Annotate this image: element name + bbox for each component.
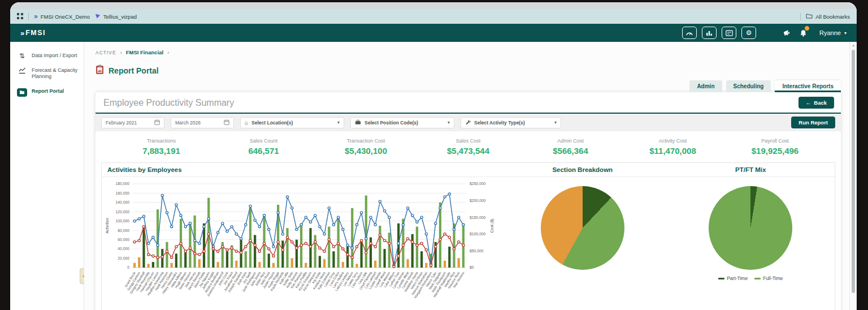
sidebar: ⇅ Data Import / Export Forecast & Capaci… xyxy=(10,42,84,310)
tab-scheduling[interactable]: Scheduling xyxy=(726,80,771,92)
svg-text:$100,000: $100,000 xyxy=(470,232,486,236)
breadcrumb-root[interactable]: ACTIVE xyxy=(96,50,116,55)
breadcrumb-current[interactable]: FMSI Financial xyxy=(126,49,164,55)
legend-swatch xyxy=(754,278,761,279)
bar-chart-icon[interactable] xyxy=(702,27,717,39)
svg-text:180,000: 180,000 xyxy=(115,182,129,186)
sidebar-item-label: Report Portal xyxy=(32,88,64,94)
svg-text:100,000: 100,000 xyxy=(115,219,129,223)
vertical-scrollbar[interactable]: ▴ xyxy=(849,42,857,310)
legend-label: Part-Time xyxy=(727,275,748,281)
sidebar-item-report-portal[interactable]: Report Portal xyxy=(10,84,84,101)
dashboard-gauge-icon[interactable] xyxy=(682,27,697,39)
section-breakdown-column: Section Breakdown xyxy=(498,163,667,310)
wrench-icon xyxy=(465,119,471,126)
section-pie-title: Section Breakdown xyxy=(552,166,613,173)
svg-text:140,000: 140,000 xyxy=(115,200,129,204)
svg-text:80,000: 80,000 xyxy=(118,229,129,232)
bookmark-tellius[interactable]: Tellius_vizpad xyxy=(95,13,137,20)
settings-gear-icon[interactable]: ⚙ xyxy=(741,27,756,39)
folder-icon xyxy=(806,13,813,20)
ptft-mix-column: PT/FT Mix Part-TimeFull-Time xyxy=(667,163,835,310)
ptft-legend: Part-TimeFull-Time xyxy=(667,275,835,281)
svg-text:0: 0 xyxy=(127,265,129,269)
kpi-transaction-cost: Transaction Cost $5,430,100 xyxy=(315,138,417,156)
location-select[interactable]: ⌂ Select Location(s) ▾ xyxy=(240,117,344,128)
bookmark-fmsi[interactable]: » FMSI OneCX_Demo xyxy=(34,14,90,20)
fmsi-bookmark-icon: » xyxy=(34,14,38,19)
chevron-right-icon: › xyxy=(120,50,122,55)
run-report-button[interactable]: Run Report xyxy=(791,117,835,128)
bookmarks-bar: » FMSI OneCX_Demo Tellius_vizpad All Boo… xyxy=(10,9,857,24)
tab-interactive-reports[interactable]: Interactive Reports xyxy=(775,80,841,92)
svg-text:Cost ($): Cost ($) xyxy=(490,219,494,233)
back-arrow-icon: ← xyxy=(806,100,811,106)
all-bookmarks-label: All Bookmarks xyxy=(815,14,850,20)
user-menu[interactable]: Ryanne ▾ xyxy=(819,29,847,36)
ptft-pie-title: PT/FT Mix xyxy=(735,166,766,173)
screenshot-root: { "browser": { "bookmarks": [ {"label": … xyxy=(0,0,868,310)
forecast-chart-icon xyxy=(17,67,27,74)
sidebar-item-data-import-export[interactable]: ⇅ Data Import / Export xyxy=(10,49,84,63)
app-header: » FMSI ⚙ Ryanne xyxy=(10,24,857,42)
notification-badge xyxy=(804,25,810,31)
home-icon: ⌂ xyxy=(245,120,248,126)
end-date-value: March 2026 xyxy=(175,120,220,126)
legend-item: Full-Time xyxy=(754,275,783,281)
svg-text:60,000: 60,000 xyxy=(118,238,129,242)
report-panel: Employee Productivity Summary ← Back Feb… xyxy=(96,92,841,310)
svg-text:160,000: 160,000 xyxy=(115,191,129,195)
scrollbar-thumb[interactable] xyxy=(852,50,855,293)
activity-type-select[interactable]: Select Activity Type(s) ▾ xyxy=(461,117,561,128)
chevron-down-icon: ▾ xyxy=(448,120,450,125)
start-date-input[interactable]: February 2021 xyxy=(101,117,164,128)
notification-bell-icon[interactable] xyxy=(797,28,809,38)
legend-item: Part-Time xyxy=(718,275,748,281)
svg-text:20,000: 20,000 xyxy=(118,256,129,260)
svg-text:40,000: 40,000 xyxy=(118,247,129,251)
divider xyxy=(28,13,29,20)
kpi-payroll-cost: Payroll Cost $19,925,496 xyxy=(724,138,826,156)
clipboard-report-icon xyxy=(96,64,104,77)
sidebar-item-forecast-capacity[interactable]: Forecast & Capacity Planning xyxy=(10,63,84,84)
chevron-down-icon: ▾ xyxy=(337,120,340,125)
apps-grid-icon[interactable] xyxy=(17,13,23,20)
report-portal-folder-icon xyxy=(17,88,27,97)
report-card-icon[interactable] xyxy=(722,27,736,39)
page-title: Report Portal xyxy=(96,64,843,77)
end-date-input[interactable]: March 2026 xyxy=(171,117,234,128)
browser-window: » FMSI OneCX_Demo Tellius_vizpad All Boo… xyxy=(10,2,857,310)
tellius-bookmark-icon xyxy=(95,13,101,20)
scroll-up-arrow-icon[interactable]: ▴ xyxy=(850,42,857,49)
calendar-icon xyxy=(154,119,160,126)
breadcrumb: ACTIVE › FMSI Financial › xyxy=(96,49,843,55)
kpi-sales-count: Sales Count 646,571 xyxy=(212,138,315,156)
kpi-sales-cost: Sales Cost $5,473,544 xyxy=(417,138,519,156)
combo-chart-title: Activities by Employees xyxy=(102,166,182,173)
filter-bar: February 2021 March 2026 ⌂ Select Loca xyxy=(96,114,841,131)
svg-text:$0: $0 xyxy=(470,265,474,269)
kpi-row: Transactions 7,883,191 Sales Count 646,5… xyxy=(96,131,841,160)
sidebar-item-label: Forecast & Capacity Planning xyxy=(32,67,79,80)
charts-card: Activities by Employees 020,00040,00060,… xyxy=(101,162,835,310)
chevron-right-icon: › xyxy=(167,50,169,55)
svg-text:$250,000: $250,000 xyxy=(470,182,486,186)
megaphone-icon[interactable] xyxy=(781,28,792,38)
kpi-admin-cost: Admin Cost $566,364 xyxy=(519,138,622,156)
content-area: ACTIVE › FMSI Financial › Report Portal … xyxy=(84,42,857,310)
app-logo: » FMSI xyxy=(20,29,46,37)
kpi-transactions: Transactions 7,883,191 xyxy=(110,138,212,156)
position-code-select[interactable]: Select Position Code(s) ▾ xyxy=(350,117,454,128)
svg-text:$50,000: $50,000 xyxy=(470,249,484,253)
import-export-arrows-icon: ⇅ xyxy=(17,53,27,59)
divider xyxy=(800,13,801,20)
calendar-icon xyxy=(224,119,229,126)
logo-mark-icon: » xyxy=(20,29,23,37)
tab-admin[interactable]: Admin xyxy=(689,80,722,92)
section-breakdown-pie xyxy=(541,186,624,270)
kpi-activity-cost: Activity Cost $11,470,008 xyxy=(622,138,724,156)
svg-text:120,000: 120,000 xyxy=(115,210,129,214)
legend-label: Full-Time xyxy=(763,275,783,281)
back-button[interactable]: ← Back xyxy=(798,97,834,109)
all-bookmarks-button[interactable]: All Bookmarks xyxy=(806,13,850,20)
